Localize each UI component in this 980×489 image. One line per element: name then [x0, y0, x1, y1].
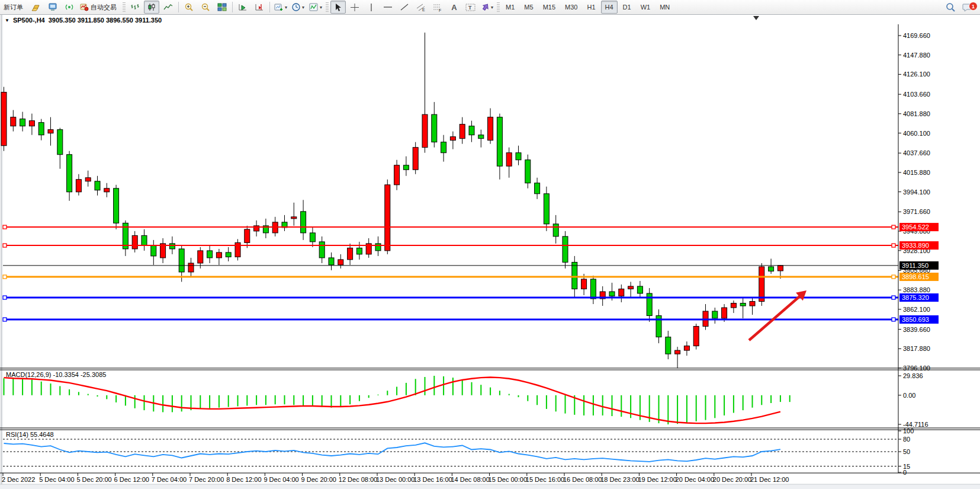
line-handle[interactable]: [3, 225, 7, 229]
horizontal-line-tool-button[interactable]: [380, 1, 396, 14]
channel-tool-button[interactable]: E: [413, 1, 429, 14]
bear-candle: [142, 235, 147, 245]
timeframe-button-h1[interactable]: H1: [583, 1, 599, 14]
time-tick-label: 13 Dec 16:00: [413, 476, 452, 483]
line-handle[interactable]: [892, 296, 895, 299]
bull-candle: [85, 178, 91, 181]
chevron-down-icon: ▾: [285, 5, 287, 10]
collapse-triangle-icon[interactable]: ▼: [5, 18, 9, 23]
candlestick-mode-button[interactable]: [144, 1, 159, 14]
text-tool-button[interactable]: A: [446, 1, 462, 14]
indicators-button[interactable]: ▾: [307, 1, 324, 14]
price-level-badge: 3850.693: [899, 315, 939, 324]
bear-candle: [57, 130, 63, 155]
bull-candle: [675, 350, 680, 354]
bear-candle: [666, 337, 671, 354]
svg-text:3933.890: 3933.890: [902, 242, 929, 249]
channel-letter: E: [422, 8, 425, 12]
time-tick-label: 20 Dec 20:00: [713, 476, 751, 483]
rsi-axis-label: 80: [903, 436, 910, 443]
toolbar-separator: [232, 2, 233, 12]
timeframe-button-m15[interactable]: M15: [539, 1, 560, 14]
fibonacci-tool-button[interactable]: F: [430, 1, 445, 14]
time-tick-label: 18 Dec 23:00: [600, 476, 639, 483]
line-handle[interactable]: [892, 318, 895, 321]
timeframe-button-w1[interactable]: W1: [637, 1, 655, 14]
chart-symbol-period: SP500-,H4: [13, 17, 45, 24]
bull-candle: [394, 165, 400, 185]
price-tick-label: 3796.100: [903, 365, 930, 372]
chevron-down-icon: ▾: [320, 5, 322, 10]
price-chart-canvas[interactable]: 4169.6604147.8804126.1004103.6604081.880…: [0, 0, 980, 489]
signal-icon[interactable]: [62, 1, 77, 14]
bear-candle: [525, 160, 531, 183]
line-handle[interactable]: [3, 275, 7, 279]
zoom-out-button[interactable]: [198, 1, 213, 14]
bull-candle: [684, 346, 689, 351]
bull-candle: [198, 251, 203, 263]
new-chart-button[interactable]: ▾: [272, 1, 289, 14]
line-handle[interactable]: [892, 244, 895, 247]
price-level-badge: 3898.615: [899, 273, 939, 281]
tile-windows-icon[interactable]: [214, 1, 230, 14]
bear-candle: [179, 249, 184, 272]
bar-chart-mode-button[interactable]: [127, 1, 143, 14]
timeframe-button-h4[interactable]: H4: [601, 1, 618, 14]
cursor-tool-button[interactable]: [330, 1, 346, 14]
trendline-tool-button[interactable]: [397, 1, 412, 14]
timeframe-button-m30[interactable]: M30: [561, 1, 581, 14]
period-clock-button[interactable]: ▾: [290, 1, 306, 14]
bull-candle: [450, 137, 455, 140]
line-handle[interactable]: [3, 296, 7, 299]
bull-candle: [413, 148, 418, 170]
timeframe-button-mn[interactable]: MN: [656, 1, 674, 14]
time-tick-label: 2 Dec 2022: [2, 476, 35, 483]
chart-shift-button[interactable]: [252, 1, 267, 14]
timeframe-button-m1[interactable]: M1: [502, 1, 519, 14]
timeframe-button-d1[interactable]: D1: [619, 1, 635, 14]
bear-candle: [301, 212, 306, 233]
label-tool-button[interactable]: T: [463, 1, 478, 14]
vertical-line-tool-button[interactable]: [364, 1, 379, 14]
line-handle[interactable]: [892, 275, 895, 279]
gold-icon[interactable]: [28, 1, 44, 14]
svg-text:3875.320: 3875.320: [902, 294, 929, 301]
bear-candle: [497, 117, 502, 167]
zoom-in-button[interactable]: [181, 1, 197, 14]
fibonacci-letter: F: [439, 8, 441, 12]
line-chart-mode-button[interactable]: [160, 1, 176, 14]
timeframe-toolbar: M1M5M15M30H1H4D1W1MN: [501, 0, 674, 14]
line-handle[interactable]: [3, 244, 7, 247]
time-tick-label: 20 Dec 04:00: [676, 476, 714, 483]
auto-scroll-button[interactable]: [235, 1, 250, 14]
bull-candle: [132, 235, 137, 249]
new-order-button[interactable]: 新订单: [1, 1, 27, 14]
timeframe-button-m5[interactable]: M5: [520, 1, 537, 14]
search-icon[interactable]: [943, 1, 958, 14]
bear-candle: [609, 292, 615, 296]
time-tick-label: 9 Dec 04:00: [264, 476, 298, 483]
time-tick-label: 6 Dec 12:00: [114, 476, 149, 483]
bear-candle: [20, 119, 25, 126]
chart-window-header: ▼ SP500-,H4 3905.350 3911.850 3896.550 3…: [5, 17, 162, 24]
terminal-icon[interactable]: [45, 1, 60, 14]
bull-candle: [581, 279, 587, 289]
notifications-chat-button[interactable]: 1: [959, 1, 975, 14]
time-tick-label: 12 Dec 08:00: [339, 476, 377, 483]
bear-candle: [403, 165, 409, 170]
macd-indicator-label: MACD(12,26,9) -10.3354 -25.3085: [6, 371, 106, 378]
bull-candle: [245, 229, 250, 243]
bull-candle: [722, 308, 727, 318]
bull-candle: [759, 267, 764, 302]
price-tick-label: 3862.100: [903, 306, 930, 313]
line-handle[interactable]: [892, 225, 895, 229]
auto-trading-button[interactable]: 自动交易: [78, 1, 121, 14]
crosshair-tool-button[interactable]: [347, 1, 362, 14]
bull-candle: [628, 286, 634, 289]
bear-candle: [769, 267, 774, 271]
shapes-tool-button[interactable]: ▾: [480, 1, 495, 14]
line-handle[interactable]: [3, 318, 7, 321]
bull-candle: [76, 180, 81, 192]
time-tick-label: 7 Dec 20:00: [189, 476, 224, 483]
bear-candle: [572, 262, 577, 289]
